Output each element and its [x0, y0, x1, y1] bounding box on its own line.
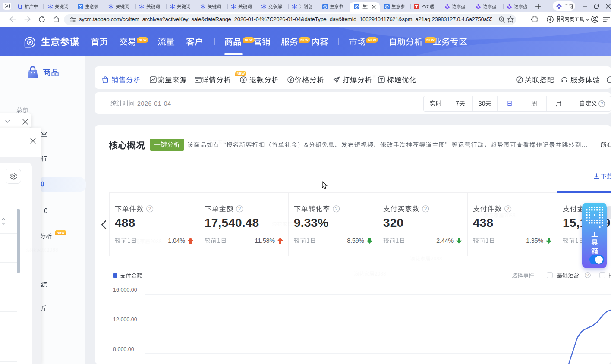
svg-text:?: ? [238, 206, 241, 211]
svg-text:?: ? [148, 206, 151, 211]
svg-text:?: ? [424, 206, 427, 211]
svg-text:?: ? [601, 101, 603, 106]
svg-text:?: ? [335, 206, 337, 211]
svg-text:?: ? [586, 273, 589, 277]
svg-text:?: ? [507, 206, 509, 211]
